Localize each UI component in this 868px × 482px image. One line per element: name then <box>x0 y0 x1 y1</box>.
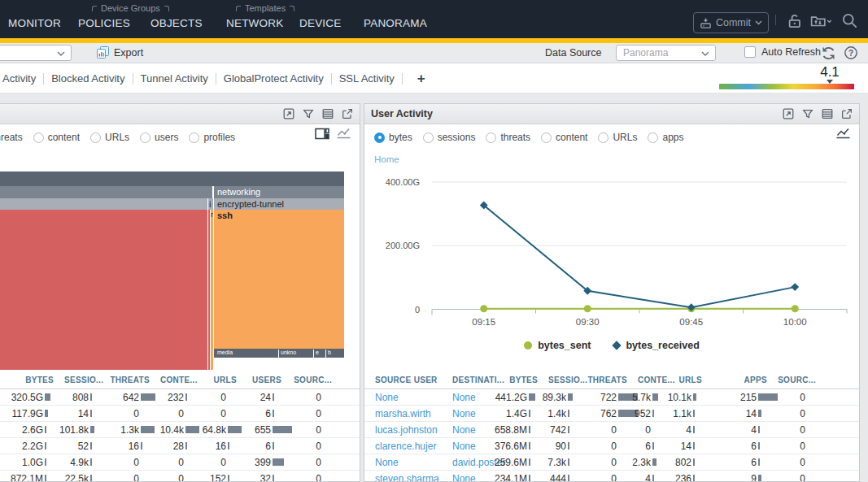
nav-policies[interactable]: POLICIES <box>78 17 130 29</box>
radio-sessions[interactable]: sessions <box>423 132 476 143</box>
treemap-block-red[interactable] <box>0 210 207 370</box>
radio-threats[interactable]: threats <box>486 132 530 143</box>
radio-circle[interactable] <box>33 132 44 143</box>
user-activity-line-chart[interactable]: 400.00G200.00G009:1509:3009:4510:00 <box>364 169 861 340</box>
treemap-main[interactable]: rv ssh mediaunknoeb <box>0 210 344 370</box>
cell-value: 0 <box>110 457 160 468</box>
maximize-icon[interactable] <box>282 107 295 120</box>
nav-network[interactable]: NETWORK <box>226 17 283 29</box>
nav-monitor[interactable]: MONITOR <box>8 17 61 29</box>
radio-bytes[interactable]: bytes <box>374 132 412 143</box>
export-widget-icon[interactable] <box>341 107 354 120</box>
treemap-row[interactable]: i encrypted-tunnel <box>0 198 344 210</box>
breadcrumb[interactable]: Home <box>374 154 399 164</box>
column-header[interactable]: APPS <box>713 376 778 384</box>
svg-text:09:15: 09:15 <box>472 317 495 327</box>
tab-globalprotect-activity[interactable]: GlobalProtect Activity <box>224 72 324 85</box>
column-header[interactable]: BYTES <box>4 376 64 384</box>
auto-refresh-checkbox[interactable] <box>744 46 756 58</box>
cell-value: 89.3k <box>548 392 587 403</box>
radio-circle[interactable] <box>90 132 101 143</box>
cell-value: 0 <box>778 424 827 436</box>
legend-bytes_sent[interactable]: bytes_sent <box>524 340 591 351</box>
column-header[interactable]: THREATS <box>110 376 160 384</box>
value-bar <box>568 442 569 449</box>
treemap-sub-band[interactable]: mediaunknoeb <box>214 349 344 358</box>
radio-circle[interactable] <box>648 132 658 143</box>
radio-apps[interactable]: apps <box>648 132 683 143</box>
column-header[interactable]: SESSIO... <box>64 376 110 384</box>
column-header[interactable]: THREATS <box>587 376 638 384</box>
radio-circle[interactable] <box>541 132 552 143</box>
tab-tunnel-activity[interactable]: Tunnel Activity <box>141 72 208 85</box>
user-link[interactable]: None <box>375 457 452 468</box>
nav-device[interactable]: DEVICE <box>299 17 341 29</box>
treemap-view-icon[interactable] <box>315 128 329 140</box>
cell-value: 10.1k <box>672 392 713 403</box>
column-header[interactable]: DESTINATI... <box>452 376 501 384</box>
radio-users[interactable]: users <box>140 132 178 143</box>
data-source-select[interactable]: Panorama <box>616 45 716 61</box>
column-header[interactable]: SOURCE USER <box>375 376 452 384</box>
radio-content[interactable]: content <box>541 132 587 143</box>
unlock-icon[interactable] <box>786 12 803 33</box>
nav-objects[interactable]: OBJECTS <box>150 17 203 29</box>
save-load-config-icon[interactable] <box>810 12 831 33</box>
user-link[interactable]: None <box>452 408 501 419</box>
radio-urls[interactable]: URLs <box>90 132 129 143</box>
export-button[interactable]: Export <box>96 46 143 59</box>
column-header[interactable]: SESSIO... <box>548 376 587 384</box>
column-header[interactable]: CONTE... <box>160 376 205 384</box>
time-range-select[interactable] <box>0 45 72 61</box>
radio-profiles[interactable]: profiles <box>189 132 235 143</box>
radio-circle[interactable] <box>598 132 608 143</box>
legend-bytes_received[interactable]: bytes_received <box>613 340 699 351</box>
commit-button[interactable]: Commit <box>693 12 769 33</box>
user-link[interactable]: marsha.wirth <box>375 408 452 419</box>
add-tab-button[interactable]: + <box>417 71 425 87</box>
user-link[interactable]: steven.sharma <box>375 473 452 482</box>
user-link[interactable]: lucas.johnston <box>375 424 452 436</box>
radio-circle[interactable] <box>423 132 434 143</box>
tab-network-activity[interactable]: Activity <box>2 72 36 85</box>
column-header[interactable]: SOURC... <box>778 376 827 384</box>
help-icon[interactable]: ? <box>844 46 858 63</box>
column-header[interactable]: URLS <box>205 376 247 384</box>
value-bar <box>693 458 695 466</box>
radio-urls[interactable]: URLs <box>598 132 637 143</box>
column-header[interactable]: CONTE... <box>638 376 672 384</box>
user-activity-table: SOURCE USERDESTINATI...BYTESSESSIO...THR… <box>364 371 859 481</box>
column-header[interactable]: USERS <box>247 376 292 384</box>
cell-value: 2.3k <box>638 457 672 468</box>
refresh-icon[interactable] <box>821 46 836 64</box>
column-header[interactable]: BYTES <box>501 376 548 384</box>
export-widget-icon[interactable] <box>840 107 853 120</box>
column-header[interactable]: URLS <box>672 376 713 384</box>
tab-ssl-activity[interactable]: SSL Activity <box>339 72 395 85</box>
radio-circle[interactable] <box>486 132 496 143</box>
trend-view-icon[interactable] <box>336 127 351 140</box>
treemap-row[interactable]: networking <box>0 186 344 198</box>
value-bar <box>273 393 274 401</box>
radio-content[interactable]: content <box>33 132 80 143</box>
table-icon[interactable] <box>321 107 334 120</box>
radio-circle[interactable] <box>140 132 150 143</box>
treemap-row[interactable] <box>0 172 344 186</box>
trend-view-icon[interactable] <box>835 127 851 140</box>
filter-icon[interactable] <box>801 107 814 120</box>
radio-circle[interactable] <box>189 132 199 143</box>
user-link[interactable]: None <box>452 392 501 403</box>
filter-icon[interactable] <box>302 107 315 120</box>
user-link[interactable]: clarence.hujer <box>375 441 452 452</box>
treemap-block-ssh[interactable]: ssh <box>214 210 344 349</box>
tab-blocked-activity[interactable]: Blocked Activity <box>51 72 124 85</box>
search-icon[interactable] <box>841 12 858 33</box>
nav-panorama[interactable]: PANORAMA <box>364 17 427 29</box>
table-icon[interactable] <box>821 107 834 120</box>
maximize-icon[interactable] <box>782 107 795 120</box>
column-header[interactable]: SOURC... <box>292 376 342 384</box>
radio-circle[interactable] <box>374 132 385 143</box>
svg-text:?: ? <box>848 49 853 58</box>
user-link[interactable]: None <box>375 392 452 403</box>
radio-threats[interactable]: threats <box>0 132 23 143</box>
